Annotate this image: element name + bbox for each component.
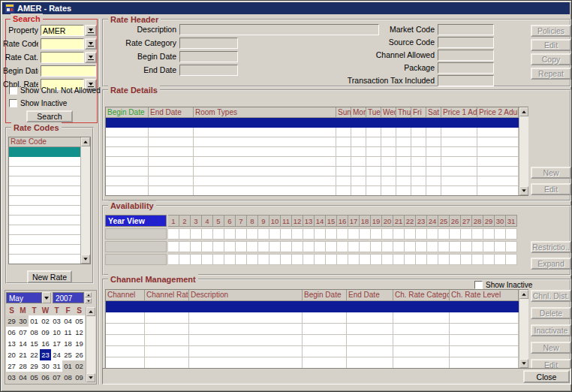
begin-date-input[interactable] [179, 51, 238, 62]
channel-delete-button[interactable]: Delete [531, 307, 571, 319]
availability-cell[interactable] [315, 241, 326, 252]
scroll-up-icon[interactable] [519, 290, 528, 299]
availability-cell[interactable] [427, 254, 438, 265]
rate-details-scrollbar[interactable] [519, 107, 528, 195]
availability-cell[interactable] [348, 241, 360, 252]
availability-cell[interactable] [258, 228, 269, 240]
availability-cell[interactable] [179, 228, 191, 240]
availability-cell[interactable] [461, 228, 472, 240]
calendar-day[interactable]: 18 [62, 338, 74, 349]
availability-cell[interactable] [416, 254, 427, 265]
availability-cell[interactable] [393, 241, 405, 252]
show-chnl-not-allowed-checkbox[interactable] [9, 86, 17, 95]
availability-cell[interactable] [405, 228, 416, 240]
availability-cell[interactable] [450, 228, 461, 240]
rate-codes-scrollbar[interactable] [80, 137, 90, 264]
calendar-day[interactable]: 09 [40, 327, 51, 338]
availability-cell[interactable] [495, 254, 506, 265]
channel-allowed-input[interactable] [438, 50, 494, 61]
availability-cell[interactable] [281, 228, 292, 240]
calendar-day[interactable]: 06 [40, 372, 51, 383]
availability-cell[interactable] [495, 228, 506, 240]
calendar-day[interactable]: 28 [17, 360, 29, 372]
calendar-day[interactable]: 17 [51, 338, 62, 349]
availability-cell[interactable] [202, 228, 213, 240]
calendar-day[interactable]: 02 [74, 360, 85, 372]
availability-cell[interactable] [438, 241, 450, 252]
availability-cell[interactable] [337, 254, 348, 265]
availability-cell[interactable] [326, 228, 337, 240]
availability-cell[interactable] [191, 254, 202, 265]
table-row[interactable] [106, 301, 528, 312]
availability-cell[interactable] [495, 241, 506, 252]
scroll-down-icon[interactable] [519, 186, 528, 195]
availability-cell[interactable] [236, 254, 247, 265]
calendar-day[interactable]: 03 [6, 372, 17, 383]
rate-details-edit-button[interactable]: Edit [531, 183, 571, 195]
table-row[interactable] [9, 176, 90, 186]
calendar-day[interactable]: 05 [29, 372, 40, 383]
calendar-day[interactable]: 05 [74, 315, 85, 327]
availability-cell[interactable] [224, 241, 236, 252]
availability-cell[interactable] [168, 254, 179, 265]
channel-chnl-dist-button[interactable]: Chnl. Dist. [531, 290, 571, 302]
channel-inactivate-button[interactable]: Inactivate [531, 324, 571, 336]
table-row[interactable] [106, 118, 528, 128]
calendar-day[interactable]: 29 [6, 315, 17, 327]
calendar-day[interactable]: 25 [62, 349, 74, 360]
availability-cell[interactable] [258, 241, 269, 252]
availability-cell[interactable] [427, 241, 438, 252]
table-row[interactable] [106, 346, 528, 357]
availability-cell[interactable] [461, 241, 472, 252]
table-row[interactable] [9, 157, 90, 167]
calendar-day[interactable]: 31 [51, 360, 62, 372]
availability-cell[interactable] [371, 241, 382, 252]
availability-cell[interactable] [202, 254, 213, 265]
calendar-day[interactable]: 12 [74, 327, 85, 338]
calendar-day[interactable]: 04 [17, 372, 29, 383]
table-row[interactable] [9, 245, 90, 255]
availability-cell[interactable] [191, 228, 202, 240]
show-inactive-search-checkbox[interactable] [9, 99, 17, 107]
calendar-day[interactable]: 15 [29, 338, 40, 349]
calendar-year-up-icon[interactable] [85, 292, 92, 297]
calendar-day[interactable]: 08 [62, 372, 74, 383]
availability-expand-button[interactable]: Expand [531, 258, 571, 270]
table-row[interactable] [9, 186, 90, 196]
availability-cell[interactable] [506, 241, 517, 252]
availability-cell[interactable] [461, 254, 472, 265]
availability-cell[interactable] [360, 241, 371, 252]
calendar-day[interactable]: 13 [6, 338, 17, 349]
close-button[interactable]: Close [523, 370, 570, 383]
table-row[interactable] [9, 206, 90, 216]
availability-cell[interactable] [315, 254, 326, 265]
calendar-month-dropdown-icon[interactable] [42, 292, 51, 303]
calendar-day[interactable]: 07 [17, 327, 29, 338]
calendar-day[interactable]: 20 [6, 349, 17, 360]
availability-cell[interactable] [303, 254, 315, 265]
availability-cell[interactable] [269, 228, 281, 240]
availability-cell[interactable] [292, 254, 303, 265]
calendar-day[interactable]: 30 [17, 315, 29, 327]
rate-header-copy-button[interactable]: Copy [531, 53, 571, 65]
rate-details-new-button[interactable]: New [531, 167, 571, 179]
calendar-day[interactable]: 21 [17, 349, 29, 360]
calendar-day[interactable]: 01 [62, 360, 74, 372]
calendar-day[interactable]: 27 [6, 360, 17, 372]
transaction-tax-included-input[interactable] [438, 75, 494, 86]
availability-cell[interactable] [236, 228, 247, 240]
scroll-up-icon[interactable] [519, 107, 528, 116]
availability-cell[interactable] [269, 241, 281, 252]
availability-cell[interactable] [191, 241, 202, 252]
availability-cell[interactable] [506, 254, 517, 265]
table-row[interactable] [106, 137, 528, 147]
availability-cell[interactable] [337, 228, 348, 240]
availability-cell[interactable] [450, 241, 461, 252]
availability-cell[interactable] [337, 241, 348, 252]
calendar-day[interactable]: 19 [74, 338, 85, 349]
availability-cell[interactable] [483, 241, 495, 252]
availability-cell[interactable] [393, 228, 405, 240]
availability-cell[interactable] [438, 228, 450, 240]
calendar-day[interactable]: 07 [51, 372, 62, 383]
availability-cell[interactable] [371, 254, 382, 265]
